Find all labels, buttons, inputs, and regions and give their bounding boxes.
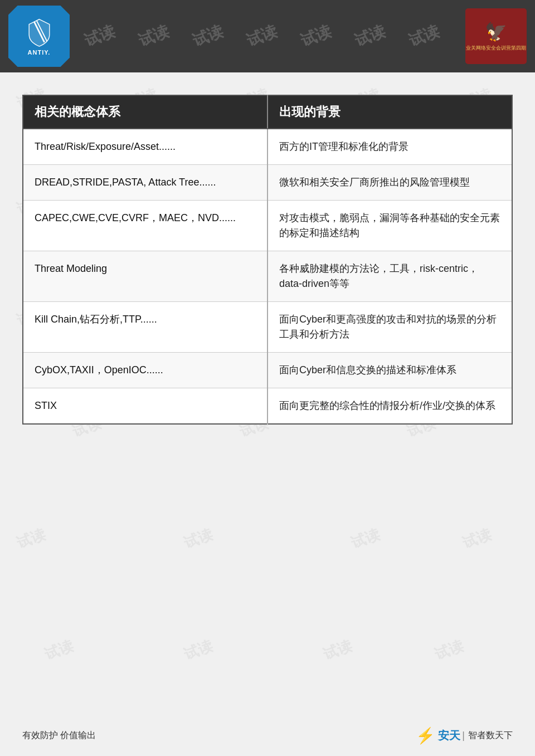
logo-icon bbox=[24, 17, 55, 47]
footer-divider: | bbox=[462, 730, 465, 742]
watermark-2: 试读 bbox=[135, 21, 172, 52]
watermark-4: 试读 bbox=[244, 21, 280, 52]
row-4-left: Kill Chain,钻石分析,TTP...... bbox=[23, 302, 268, 353]
row-3-right: 各种威胁建模的方法论，工具，risk-centric，data-driven等等 bbox=[268, 251, 512, 302]
bwm-25: 试读 bbox=[321, 636, 355, 665]
watermark-3: 试读 bbox=[189, 21, 226, 52]
header: ANTIY. 试读 试读 试读 试读 试读 试读 试读 🦅 业关网络安全会训营第… bbox=[0, 0, 535, 72]
bwm-24: 试读 bbox=[182, 636, 216, 665]
table-row: STIX面向更完整的综合性的情报分析/作业/交换的体系 bbox=[23, 388, 512, 425]
row-4-right: 面向Cyber和更高强度的攻击和对抗的场景的分析工具和分析方法 bbox=[268, 302, 512, 353]
watermark-6: 试读 bbox=[352, 21, 388, 52]
logo: ANTIY. bbox=[8, 6, 70, 67]
concept-table: 相关的概念体系 出现的背景 Threat/Risk/Exposure/Asset… bbox=[22, 95, 513, 425]
row-6-left: STIX bbox=[23, 388, 268, 425]
row-2-left: CAPEC,CWE,CVE,CVRF，MAEC，NVD...... bbox=[23, 201, 268, 251]
row-3-left: Threat Modeling bbox=[23, 251, 268, 302]
watermark-5: 试读 bbox=[298, 21, 334, 52]
col-right-header: 出现的背景 bbox=[268, 95, 512, 129]
badge-text: 业关网络安全会训营第四期 bbox=[466, 45, 526, 52]
footer-logo-icon: ⚡ bbox=[416, 726, 435, 745]
footer-left-text: 有效防护 价值输出 bbox=[22, 730, 96, 742]
badge-icon: 🦅 bbox=[485, 21, 507, 42]
header-watermark-container: 试读 试读 试读 试读 试读 试读 试读 bbox=[0, 0, 535, 72]
row-5-left: CybOX,TAXII，OpenIOC...... bbox=[23, 353, 268, 388]
logo-text: ANTIY. bbox=[28, 49, 51, 56]
col-left-header: 相关的概念体系 bbox=[23, 95, 268, 129]
row-2-right: 对攻击模式，脆弱点，漏洞等各种基础的安全元素的标定和描述结构 bbox=[268, 201, 512, 251]
watermark-7: 试读 bbox=[406, 21, 443, 52]
table-row: CAPEC,CWE,CVE,CVRF，MAEC，NVD......对攻击模式，脆… bbox=[23, 201, 512, 251]
bwm-19: 试读 bbox=[14, 525, 48, 553]
footer-logo-main: 安天 bbox=[438, 728, 460, 743]
table-row: Threat Modeling各种威胁建模的方法论，工具，risk-centri… bbox=[23, 251, 512, 302]
footer-logo: ⚡ 安天 | 智者数天下 bbox=[416, 726, 513, 745]
footer-logo-sub: 智者数天下 bbox=[468, 730, 513, 742]
bwm-26: 试读 bbox=[432, 636, 466, 665]
bwm-22: 试读 bbox=[460, 525, 494, 553]
watermark-1: 试读 bbox=[81, 21, 118, 52]
header-badge: 🦅 业关网络安全会训营第四期 bbox=[465, 8, 527, 64]
row-0-left: Threat/Risk/Exposure/Asset...... bbox=[23, 129, 268, 165]
row-6-right: 面向更完整的综合性的情报分析/作业/交换的体系 bbox=[268, 388, 512, 425]
bwm-20: 试读 bbox=[182, 525, 216, 553]
bwm-21: 试读 bbox=[349, 525, 383, 553]
table-row: Kill Chain,钻石分析,TTP......面向Cyber和更高强度的攻击… bbox=[23, 302, 512, 353]
row-1-left: DREAD,STRIDE,PASTA, Attack Tree...... bbox=[23, 165, 268, 201]
footer: 有效防护 价值输出 ⚡ 安天 | 智者数天下 bbox=[22, 726, 513, 745]
table-row: CybOX,TAXII，OpenIOC......面向Cyber和信息交换的描述… bbox=[23, 353, 512, 388]
table-row: DREAD,STRIDE,PASTA, Attack Tree......微软和… bbox=[23, 165, 512, 201]
bwm-23: 试读 bbox=[42, 636, 76, 665]
table-row: Threat/Risk/Exposure/Asset......西方的IT管理和… bbox=[23, 129, 512, 165]
row-1-right: 微软和相关安全厂商所推出的风险管理模型 bbox=[268, 165, 512, 201]
main-content: 相关的概念体系 出现的背景 Threat/Risk/Exposure/Asset… bbox=[0, 72, 535, 441]
row-5-right: 面向Cyber和信息交换的描述和标准体系 bbox=[268, 353, 512, 388]
row-0-right: 西方的IT管理和标准化的背景 bbox=[268, 129, 512, 165]
